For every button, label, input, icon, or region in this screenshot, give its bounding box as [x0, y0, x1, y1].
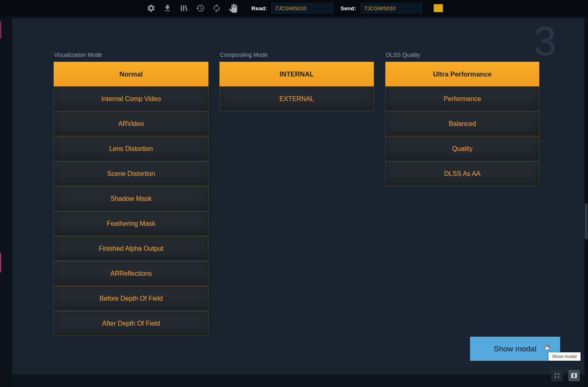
top-toolbar: Read: Send: [0, 0, 588, 16]
read-label: Read: [251, 5, 267, 11]
option-balanced[interactable]: Balanced [385, 112, 539, 136]
refresh-icon[interactable] [212, 4, 221, 13]
color-swatch[interactable] [434, 4, 443, 12]
download-icon[interactable] [163, 4, 172, 13]
column-label-compositing-mode: Compositing Mode [219, 51, 374, 59]
toolbar-icon-group [147, 4, 237, 13]
option-external[interactable]: EXTERNAL [219, 87, 374, 111]
option-internal[interactable]: INTERNAL [219, 62, 374, 86]
map-button[interactable] [568, 370, 580, 381]
option-arreflections[interactable]: ARReflections [54, 261, 208, 286]
option-shadow-mask[interactable]: Shadow Mask [54, 187, 208, 211]
library-icon[interactable] [179, 4, 188, 13]
option-dlss-as-aa[interactable]: DLSS As AA [385, 162, 539, 186]
column-dlss-quality: DLSS QualityUltra PerformancePerformance… [385, 51, 539, 187]
send-input[interactable] [360, 3, 422, 14]
history-icon[interactable] [196, 4, 205, 13]
read-group: Read: [251, 3, 333, 14]
option-finished-alpha-output[interactable]: Finished Alpha Output [54, 236, 208, 261]
left-edge-artifact [0, 21, 1, 38]
option-ultra-performance[interactable]: Ultra Performance [385, 62, 539, 86]
send-group: Send: [341, 3, 423, 14]
settings-icon[interactable] [147, 4, 156, 13]
option-performance[interactable]: Performance [385, 87, 539, 111]
option-quality[interactable]: Quality [385, 137, 539, 161]
column-label-dlss-quality: DLSS Quality [385, 51, 539, 59]
show-modal-tooltip: Show modal [548, 352, 581, 361]
option-arvideo[interactable]: ARVideo [54, 112, 208, 136]
option-normal[interactable]: Normal [54, 62, 208, 86]
map-icon [570, 372, 578, 379]
fullscreen-icon [553, 372, 561, 379]
option-scene-distortion[interactable]: Scene Distortion [54, 162, 208, 186]
column-visualization-mode: Visualization ModeNormalInternal Comp Vi… [54, 51, 208, 336]
send-label: Send: [341, 5, 357, 11]
option-after-depth-of-field[interactable]: After Depth Of Field [54, 311, 208, 336]
right-margin-strip [584, 16, 588, 387]
pan-hand-icon[interactable] [228, 4, 237, 13]
option-feathering-mask[interactable]: Feathering Mask [54, 212, 208, 236]
read-input[interactable] [271, 3, 333, 14]
left-edge-artifact [0, 253, 1, 272]
fullscreen-button[interactable] [551, 370, 563, 381]
column-compositing-mode: Compositing ModeINTERNALEXTERNAL [219, 51, 374, 112]
column-label-visualization-mode: Visualization Mode [54, 51, 208, 59]
scrollbar-thumb[interactable] [585, 203, 588, 239]
option-lens-distortion[interactable]: Lens Distortion [54, 137, 208, 161]
option-before-depth-of-field[interactable]: Before Depth Of Field [54, 286, 208, 311]
mouse-cursor-icon [543, 344, 551, 353]
left-margin-strip [0, 16, 12, 387]
option-internal-comp-video[interactable]: Internal Comp Video [54, 87, 208, 111]
